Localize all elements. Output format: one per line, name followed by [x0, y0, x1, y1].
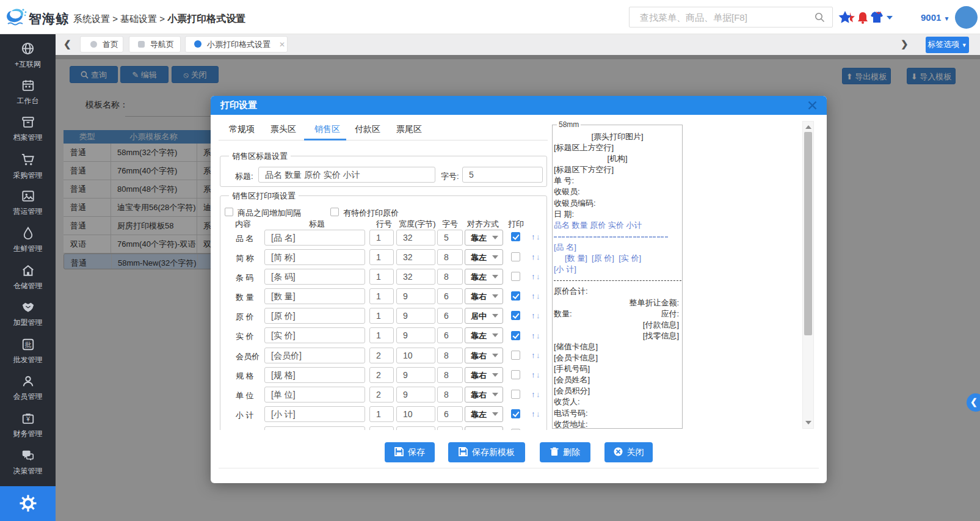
svg-text:¥: ¥	[26, 416, 30, 423]
svg-text:批: 批	[24, 341, 31, 348]
